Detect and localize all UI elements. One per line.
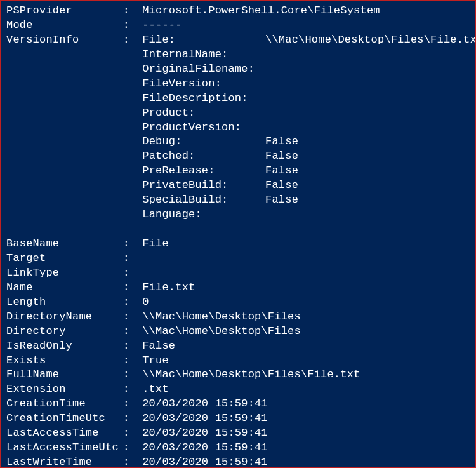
vi-value: False xyxy=(265,193,298,208)
prop-lastwritetime: LastWriteTime: 20/03/2020 15:59:41 xyxy=(6,455,470,468)
colon: : xyxy=(123,237,143,251)
colon: : xyxy=(123,251,143,266)
vi-key: OriginalFilename: xyxy=(142,62,265,77)
prop-key: Exists xyxy=(6,354,123,368)
prop-value: \\Mac\Home\Desktop\Files xyxy=(142,310,301,324)
prop-versioninfo-filedescription: FileDescription: xyxy=(6,91,470,106)
colon: : xyxy=(123,324,143,339)
prop-value: 0 xyxy=(142,295,149,310)
colon: : xyxy=(123,354,143,368)
prop-value: \\Mac\Home\Desktop\Files xyxy=(142,324,301,339)
vi-value: \\Mac\Home\Desktop\Files\File.txt xyxy=(265,33,476,48)
prop-value: False xyxy=(142,339,175,354)
vi-key: FileDescription: xyxy=(142,91,265,106)
prop-key: CreationTimeUtc xyxy=(6,411,123,426)
terminal-output: PSProvider: Microsoft.PowerShell.Core\Fi… xyxy=(6,4,470,468)
prop-versioninfo-patched: Patched:False xyxy=(6,149,470,164)
prop-key: BaseName xyxy=(6,237,123,251)
colon: : xyxy=(123,266,143,281)
vi-key: InternalName: xyxy=(142,48,265,62)
prop-key: LastAccessTimeUtc xyxy=(6,441,123,455)
prop-creationtimeutc: CreationTimeUtc: 20/03/2020 15:59:41 xyxy=(6,411,470,426)
prop-key: IsReadOnly xyxy=(6,339,123,354)
prop-psprovider: PSProvider: Microsoft.PowerShell.Core\Fi… xyxy=(6,4,470,18)
prop-key: CreationTime xyxy=(6,397,123,411)
prop-value: 20/03/2020 15:59:41 xyxy=(142,426,268,441)
prop-directory: Directory: \\Mac\Home\Desktop\Files xyxy=(6,324,470,339)
colon: : xyxy=(123,339,143,354)
colon: : xyxy=(123,426,143,441)
colon: : xyxy=(123,382,143,397)
prop-key: FullName xyxy=(6,368,123,382)
blank-line xyxy=(6,222,470,237)
prop-versioninfo-privatebuild: PrivateBuild:False xyxy=(6,178,470,193)
prop-value: 20/03/2020 15:59:41 xyxy=(142,411,268,426)
prop-versioninfo-originalfilename: OriginalFilename: xyxy=(6,62,470,77)
prop-length: Length: 0 xyxy=(6,295,470,310)
prop-key: PSProvider xyxy=(6,4,123,18)
prop-value: 20/03/2020 15:59:41 xyxy=(142,455,268,468)
prop-versioninfo-product: Product: xyxy=(6,106,470,121)
prop-key: VersionInfo xyxy=(6,33,123,48)
prop-directoryname: DirectoryName: \\Mac\Home\Desktop\Files xyxy=(6,310,470,324)
prop-key: Mode xyxy=(6,18,123,33)
prop-value: \\Mac\Home\Desktop\Files\File.txt xyxy=(142,368,360,382)
prop-target: Target: xyxy=(6,251,470,266)
prop-isreadonly: IsReadOnly: False xyxy=(6,339,470,354)
colon: : xyxy=(123,33,143,48)
prop-versioninfo-productversion: ProductVersion: xyxy=(6,121,470,135)
prop-key: LastAccessTime xyxy=(6,426,123,441)
prop-value: .txt xyxy=(142,382,169,397)
prop-creationtime: CreationTime: 20/03/2020 15:59:41 xyxy=(6,397,470,411)
prop-key: Extension xyxy=(6,382,123,397)
vi-key: PrivateBuild: xyxy=(142,178,265,193)
prop-key: LastWriteTime xyxy=(6,455,123,468)
prop-key: Target xyxy=(6,251,123,266)
prop-extension: Extension: .txt xyxy=(6,382,470,397)
vi-key: Debug: xyxy=(142,135,265,149)
prop-versioninfo-file: VersionInfo: File:\\Mac\Home\Desktop\Fil… xyxy=(6,33,470,48)
vi-value: False xyxy=(265,135,298,149)
prop-name: Name: File.txt xyxy=(6,281,470,295)
prop-versioninfo-language: Language: xyxy=(6,208,470,222)
prop-value: Microsoft.PowerShell.Core\FileSystem xyxy=(142,4,380,18)
colon: : xyxy=(123,441,143,455)
prop-versioninfo-specialbuild: SpecialBuild:False xyxy=(6,193,470,208)
colon: : xyxy=(123,295,143,310)
prop-lastaccesstime: LastAccessTime: 20/03/2020 15:59:41 xyxy=(6,426,470,441)
prop-versioninfo-debug: Debug:False xyxy=(6,135,470,149)
vi-value: False xyxy=(265,178,298,193)
prop-value: True xyxy=(142,354,169,368)
vi-value: False xyxy=(265,164,298,178)
prop-value: ------ xyxy=(142,18,182,33)
prop-exists: Exists: True xyxy=(6,354,470,368)
prop-linktype: LinkType: xyxy=(6,266,470,281)
colon: : xyxy=(123,397,143,411)
vi-key: PreRelease: xyxy=(142,164,265,178)
vi-key: Patched: xyxy=(142,149,265,164)
vi-key: SpecialBuild: xyxy=(142,193,265,208)
prop-lastaccesstimeutc: LastAccessTimeUtc: 20/03/2020 15:59:41 xyxy=(6,441,470,455)
prop-value: File xyxy=(142,237,169,251)
prop-key: DirectoryName xyxy=(6,310,123,324)
vi-key: File: xyxy=(142,33,265,48)
vi-value: False xyxy=(265,149,298,164)
prop-versioninfo-internalname: InternalName: xyxy=(6,48,470,62)
prop-versioninfo-fileversion: FileVersion: xyxy=(6,77,470,91)
prop-value: 20/03/2020 15:59:41 xyxy=(142,441,268,455)
colon: : xyxy=(123,4,143,18)
vi-key: FileVersion: xyxy=(142,77,265,91)
prop-key: Directory xyxy=(6,324,123,339)
vi-key: ProductVersion: xyxy=(142,121,265,135)
colon: : xyxy=(123,368,143,382)
colon: : xyxy=(123,310,143,324)
prop-key: Name xyxy=(6,281,123,295)
prop-mode: Mode: ------ xyxy=(6,18,470,33)
vi-key: Product: xyxy=(142,106,265,121)
prop-basename: BaseName: File xyxy=(6,237,470,251)
colon: : xyxy=(123,281,143,295)
colon: : xyxy=(123,411,143,426)
prop-versioninfo-prerelease: PreRelease:False xyxy=(6,164,470,178)
prop-value: File.txt xyxy=(142,281,195,295)
prop-key: Length xyxy=(6,295,123,310)
